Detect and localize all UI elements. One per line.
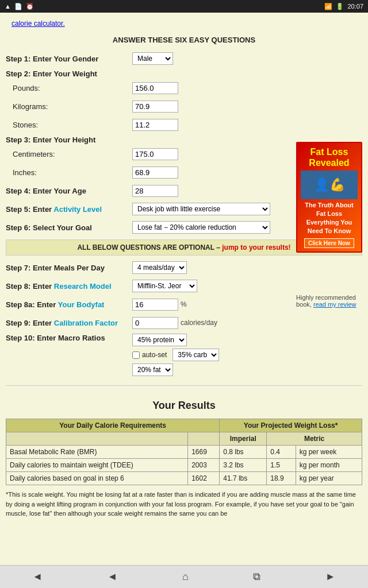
bodyfat-link[interactable]: Your Bodyfat [58, 300, 105, 309]
status-icons-right: 📶 🔋 20:07 [324, 3, 363, 10]
fat-row: 20% fat 25% fat 30% fat 35% fat [132, 363, 219, 376]
notification-icon: ▲ [5, 3, 11, 10]
ad-rec-text1: Highly recommended [296, 294, 356, 301]
metric-header: Metric [267, 432, 362, 446]
protein-row: 45% protein 30% protein 35% protein 40% … [132, 334, 219, 346]
kg-input[interactable] [132, 100, 178, 113]
step10-row: Step 10: Enter Macro Ratios 45% protein … [6, 334, 362, 376]
row-metric-unit: kg per year [296, 472, 362, 485]
nav-tabs-button[interactable]: ⧉ [246, 568, 267, 585]
pounds-input[interactable] [132, 82, 178, 94]
stones-row: Stones: [6, 117, 362, 132]
step10-label: Step 10: Enter Macro Ratios [6, 334, 132, 342]
kg-row: Kilograms: [6, 99, 362, 114]
ad-recommendation: Highly recommended book, read my review [296, 294, 362, 308]
autoset-checkbox[interactable] [132, 351, 140, 359]
calibration-unit: calories/day [181, 319, 217, 327]
cm-input[interactable] [132, 148, 178, 160]
ad-sub1: The Truth About [301, 202, 358, 208]
step9-row: Step 9: Enter Calibration Factor calorie… [6, 315, 362, 330]
activity-level-link[interactable]: Activity Level [53, 205, 102, 214]
wifi-icon: 📶 [324, 3, 332, 10]
stones-input[interactable] [132, 119, 178, 131]
results-section: Your Results Your Daily Calorie Requirem… [6, 395, 362, 519]
row-metric-unit: kg per month [296, 459, 362, 472]
row-value: 2003 [188, 459, 220, 472]
section-title: ANSWER THESE SIX EASY QUESTIONS [6, 36, 362, 44]
row-metric: 1.5 [267, 459, 296, 472]
fat-select[interactable]: 20% fat 25% fat 30% fat 35% fat [132, 363, 173, 376]
col2-header: Your Projected Weight Loss* [220, 419, 362, 432]
nav-home-button[interactable]: ⌂ [175, 568, 195, 585]
step9-label: Step 9: Enter Calibration Factor [6, 319, 132, 327]
row-imperial: 3.2 lbs [220, 459, 267, 472]
bodyfat-input[interactable] [132, 299, 178, 311]
step1-row: Step 1: Enter Your Gender Male Female [6, 51, 362, 66]
ad-rec-link[interactable]: read my review [313, 301, 356, 308]
jump-to-results-link[interactable]: jump to your results! [222, 243, 290, 252]
row-label: Daily calories based on goal in step 6 [6, 472, 188, 485]
step1-label: Step 1: Enter Your Gender [6, 55, 132, 63]
row-imperial: 41.7 lbs [220, 472, 267, 485]
battery-icon: 🔋 [336, 3, 344, 10]
ad-rec-text2: book, [296, 301, 313, 308]
protein-select[interactable]: 45% protein 30% protein 35% protein 40% … [132, 334, 187, 346]
kg-label: Kilograms: [13, 102, 132, 111]
autoset-label: auto-set [132, 351, 167, 359]
file-icon: 📄 [14, 3, 22, 10]
stones-label: Stones: [13, 121, 132, 129]
step8-row: Step 8: Enter Research Model Mifflin-St.… [6, 278, 362, 293]
macro-group: 45% protein 30% protein 35% protein 40% … [132, 334, 219, 376]
results-table: Your Daily Calorie Requirements Your Pro… [6, 419, 362, 485]
row-metric: 0.4 [267, 446, 296, 459]
status-icons-left: ▲ 📄 ⏰ [5, 3, 34, 10]
age-input[interactable] [132, 185, 178, 197]
carb-select[interactable]: 35% carb 40% carb 45% carb 50% carb [172, 349, 219, 361]
bodyfat-unit: % [181, 300, 187, 308]
step8-label: Step 8: Enter Research Model [6, 282, 132, 291]
step8a-label: Step 8a: Enter Your Bodyfat [6, 300, 132, 309]
ad-banner: Fat Loss Revealed 👤💪 The Truth About Fat… [296, 142, 362, 253]
calibration-link[interactable]: Calibration Factor [54, 319, 118, 327]
nav-back2-button[interactable]: ◄ [101, 568, 125, 585]
status-bar: ▲ 📄 ⏰ 📶 🔋 20:07 [0, 0, 368, 13]
row-imperial: 0.8 lbs [220, 446, 267, 459]
ad-sub4: Need To Know [301, 227, 358, 234]
goal-select[interactable]: Lose fat − 20% calorie reduction Maintai… [132, 221, 270, 234]
section-divider [6, 385, 362, 386]
nav-forward-button[interactable]: ► [319, 568, 343, 585]
research-model-select[interactable]: Mifflin-St. Jeor Harris-Benedict Katch-M… [132, 280, 197, 292]
calibration-input[interactable] [132, 317, 178, 329]
top-link[interactable]: calorie calculator. [12, 20, 65, 28]
time-display: 20:07 [347, 3, 363, 10]
inches-label: Inches: [13, 168, 132, 177]
nav-back-button[interactable]: ◄ [25, 568, 49, 585]
meals-select[interactable]: 4 meals/day 3 meals/day 5 meals/day 6 me… [132, 261, 187, 274]
row-label: Daily calories to maintain weight (TDEE) [6, 459, 188, 472]
inches-input[interactable] [132, 167, 178, 179]
gender-select[interactable]: Male Female [132, 52, 173, 65]
autoset-row: auto-set 35% carb 40% carb 45% carb 50% … [132, 349, 219, 361]
cm-label: Centimeters: [13, 150, 132, 158]
step7-label: Step 7: Enter Meals Per Day [6, 264, 132, 272]
step4-label: Step 4: Enter Your Age [6, 187, 132, 195]
research-model-link[interactable]: Research Model [54, 282, 112, 291]
ad-sub2: Fat Loss [301, 210, 358, 217]
imperial-header: Imperial [220, 432, 267, 446]
row-value: 1669 [188, 446, 220, 459]
step5-label: Step 5: Enter Activity Level [6, 205, 132, 214]
ad-click-button[interactable]: Click Here Now [304, 238, 354, 248]
activity-select[interactable]: Desk job with little exercise Light exer… [132, 203, 270, 215]
step7-row: Step 7: Enter Meals Per Day 4 meals/day … [6, 260, 362, 275]
nav-bar: ◄ ◄ ⌂ ⧉ ► [0, 565, 368, 588]
row-metric-unit: kg per week [296, 446, 362, 459]
results-title: Your Results [6, 400, 362, 412]
table-row: Daily calories based on goal in step 6 1… [6, 472, 362, 485]
table-row: Basal Metabolic Rate (BMR) 1669 0.8 lbs … [6, 446, 362, 459]
pounds-row: Pounds: [6, 80, 362, 95]
step6-label: Step 6: Select Your Goal [6, 223, 132, 232]
ad-image: 👤💪 [301, 171, 358, 199]
row-label: Basal Metabolic Rate (BMR) [6, 446, 188, 459]
ad-sub3: Everything You [301, 219, 358, 226]
col1-header: Your Daily Calorie Requirements [6, 419, 220, 432]
